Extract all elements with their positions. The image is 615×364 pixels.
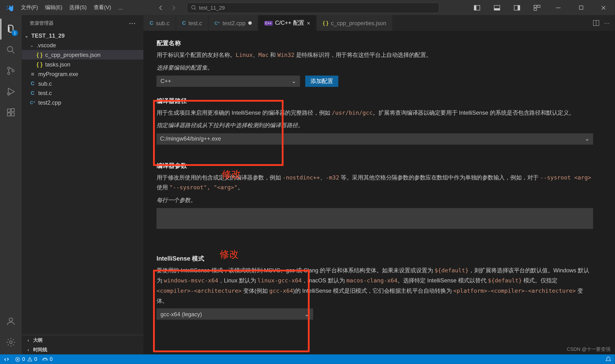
chevron-down-icon: ⌄: [291, 78, 296, 84]
file-tree: ⌄ TEST_11_29 ⌄ .vscode { } c_cpp_propert…: [22, 31, 144, 335]
status-problems[interactable]: 0 0: [15, 356, 37, 362]
status-bell-icon[interactable]: [605, 356, 611, 362]
layout-customize-icon[interactable]: [529, 0, 545, 15]
svg-line-1: [195, 9, 196, 10]
config-name-value: C++: [161, 78, 171, 84]
tab-ccpp-json[interactable]: { } c_cpp_properties.json: [317, 15, 393, 31]
tab-testc[interactable]: C test.c: [176, 15, 208, 31]
tab-bar: C sub.c C test.c C⁺ test2.cpp C++ C/C++ …: [143, 15, 615, 31]
tree-file-exe[interactable]: ≡ myProgram.exe: [22, 69, 144, 79]
tree-file-test2[interactable]: C⁺ test2.cpp: [22, 98, 144, 107]
sidebar-timeline[interactable]: › 时间线: [22, 345, 144, 354]
activity-account[interactable]: [0, 311, 21, 332]
activity-search[interactable]: [0, 39, 21, 61]
sidebar-outline[interactable]: › 大纲: [22, 335, 144, 345]
error-count: 0: [22, 356, 25, 362]
menu-more[interactable]: …: [115, 3, 127, 13]
menu-select[interactable]: 选择(S): [66, 2, 90, 13]
tab-ccpp-label: c_cpp_properties.json: [331, 20, 386, 26]
tab-config-label: C/C++ 配置: [275, 19, 304, 27]
nav-back-icon[interactable]: [156, 3, 166, 13]
sidebar: 资源管理器 ⋯ ⌄ TEST_11_29 ⌄ .vscode { } c_cpp…: [22, 15, 144, 354]
window-close-icon[interactable]: [594, 0, 613, 15]
layout-panel-bottom-icon[interactable]: [489, 0, 505, 15]
svg-rect-23: [11, 113, 14, 116]
title-bar: 文件(F) 编辑(E) 选择(S) 查看(V) … test_11_29: [0, 0, 615, 15]
editor-area: C sub.c C test.c C⁺ test2.cpp C++ C/C++ …: [143, 15, 615, 354]
svg-point-25: [9, 318, 13, 321]
tab-config[interactable]: C++ C/C++ 配置 ×: [258, 15, 317, 31]
svg-point-18: [8, 72, 10, 74]
svg-rect-12: [579, 6, 583, 9]
svg-point-15: [7, 47, 13, 52]
window-minimize-icon[interactable]: [549, 0, 568, 15]
file-tasks-label: tasks.json: [45, 61, 70, 67]
layout-panel-right-icon[interactable]: [509, 0, 525, 15]
layout-panel-left-icon[interactable]: [469, 0, 485, 15]
compiler-path-input[interactable]: C:/mingw64/bin/g++.exe ⌄: [157, 133, 593, 144]
tree-file-ccpp[interactable]: { } c_cpp_properties.json: [22, 50, 144, 60]
sidebar-title: 资源管理器: [29, 20, 54, 26]
activity-settings[interactable]: [0, 332, 21, 353]
close-tab-icon[interactable]: ×: [307, 20, 310, 26]
activity-explorer[interactable]: 1: [0, 19, 21, 39]
tree-file-tasks[interactable]: { } tasks.json: [22, 60, 144, 69]
remote-indicator-icon[interactable]: [3, 356, 9, 362]
svg-point-17: [8, 67, 10, 69]
svg-rect-10: [534, 8, 537, 10]
command-center-search[interactable]: test_11_29: [187, 2, 439, 13]
svg-rect-24: [11, 109, 14, 112]
svg-point-33: [29, 360, 30, 360]
file-testc-label: test.c: [38, 90, 52, 96]
config-name-select[interactable]: C++ ⌄: [157, 76, 300, 87]
sidebar-more-icon[interactable]: ⋯: [129, 19, 137, 27]
add-config-button[interactable]: 添加配置: [305, 76, 339, 87]
svg-rect-22: [7, 113, 11, 116]
chevron-down-icon: ⌄: [585, 136, 589, 142]
tree-file-subc[interactable]: C sub.c: [22, 79, 144, 88]
menu-file[interactable]: 文件(F): [17, 2, 41, 13]
activity-source-control[interactable]: [0, 61, 21, 81]
tree-folder-vscode[interactable]: ⌄ .vscode: [22, 40, 144, 50]
nav-forward-icon[interactable]: [169, 3, 178, 13]
tab-subc-label: sub.c: [156, 20, 169, 26]
intellisense-mode-select[interactable]: gcc-x64 (legacy) ⌄: [157, 309, 313, 320]
activity-extensions[interactable]: [0, 102, 21, 123]
config-name-desc: 用于标识某个配置的友好名称。Linux、Mac 和 Win32 是特殊标识符，用…: [157, 50, 593, 60]
status-bar: 0 0 0: [0, 354, 615, 364]
mode-desc: 要使用的 IntelliSense 模式，该模式映射到 MSVC、gcc 或 C…: [157, 265, 593, 306]
args-hint: 每行一个参数。: [157, 195, 593, 205]
menu-edit[interactable]: 编辑(E): [41, 2, 66, 13]
svg-rect-21: [7, 109, 11, 112]
root-label: TEST_11_29: [31, 32, 65, 39]
menu-view[interactable]: 查看(V): [90, 2, 114, 13]
vscode-folder-label: .vscode: [37, 42, 56, 49]
file-exe-label: myProgram.exe: [38, 71, 78, 77]
compiler-path-value: C:/mingw64/bin/g++.exe: [160, 136, 221, 142]
activity-run-debug[interactable]: [0, 81, 21, 102]
dirty-indicator-icon: [248, 21, 252, 25]
intellisense-mode-value: gcc-x64 (legacy): [161, 311, 202, 317]
tab-subc[interactable]: C sub.c: [143, 15, 176, 31]
annotation-label-2: 修改: [219, 248, 239, 261]
sidebar-header: 资源管理器 ⋯: [22, 15, 144, 31]
compiler-desc: 用于生成项目来启用更准确的 IntelliSense 的编译器的完整路径，例如 …: [157, 107, 593, 117]
timeline-label: 时间线: [33, 346, 48, 353]
compiler-args-textarea[interactable]: [157, 208, 593, 229]
tree-root[interactable]: ⌄ TEST_11_29: [22, 31, 144, 40]
warning-count: 0: [34, 356, 37, 362]
split-editor-icon[interactable]: [593, 19, 600, 26]
tab-more-icon[interactable]: ⋯: [604, 20, 610, 26]
tab-testc-label: test.c: [188, 20, 202, 26]
svg-point-0: [191, 5, 195, 9]
config-content: 配置名称 用于标识某个配置的友好名称。Linux、Mac 和 Win32 是特殊…: [143, 31, 615, 354]
tree-file-testc[interactable]: C test.c: [22, 88, 144, 98]
status-ports[interactable]: 0: [42, 356, 53, 362]
svg-rect-7: [518, 5, 520, 10]
svg-rect-3: [474, 5, 476, 10]
file-test2-label: test2.cpp: [38, 99, 61, 106]
window-maximize-icon[interactable]: [571, 0, 590, 15]
tab-test2[interactable]: C⁺ test2.cpp: [208, 15, 258, 31]
file-subc-label: sub.c: [38, 80, 52, 87]
svg-point-26: [10, 341, 12, 344]
